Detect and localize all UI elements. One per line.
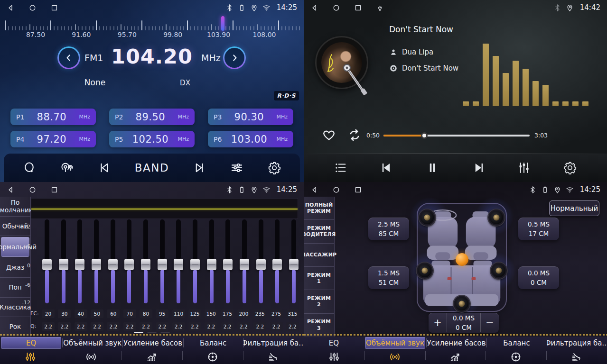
- slider-handle[interactable]: [59, 259, 68, 270]
- q-value[interactable]: 2.2: [253, 322, 266, 331]
- repeat-button[interactable]: [346, 127, 363, 143]
- eq-band-slider-14[interactable]: [256, 219, 266, 303]
- slider-handle[interactable]: [75, 259, 84, 270]
- slider-handle[interactable]: [190, 259, 200, 270]
- band-button[interactable]: BAND: [135, 162, 169, 174]
- tab-surround-icon[interactable]: [364, 349, 425, 364]
- fc-value[interactable]: 50: [91, 309, 103, 318]
- slider-handle[interactable]: [42, 259, 52, 270]
- slider-handle[interactable]: [141, 259, 150, 270]
- eq-band-slider-15[interactable]: [272, 219, 282, 303]
- tuner-scale[interactable]: [5, 18, 299, 32]
- home-icon[interactable]: [332, 186, 340, 194]
- home-icon[interactable]: [332, 4, 340, 12]
- tab-surround-icon[interactable]: [61, 349, 121, 364]
- fc-value[interactable]: 315: [286, 309, 299, 318]
- speaker-front-left[interactable]: [419, 209, 435, 226]
- fc-value[interactable]: 235: [253, 309, 266, 318]
- q-value[interactable]: 2.2: [42, 322, 55, 331]
- q-value[interactable]: 2.2: [270, 322, 283, 331]
- speaker-rear-left[interactable]: [417, 263, 433, 279]
- eq-band-slider-6[interactable]: [124, 219, 134, 303]
- next-icon[interactable]: [471, 161, 486, 175]
- fc-value[interactable]: 200: [237, 309, 250, 318]
- tab-balance-icon[interactable]: [486, 349, 546, 364]
- fc-value[interactable]: 60: [107, 309, 120, 318]
- search-icon[interactable]: [22, 161, 37, 175]
- eq-band-slider-8[interactable]: [157, 219, 168, 303]
- q-value[interactable]: 2.2: [221, 322, 234, 331]
- slider-handle[interactable]: [256, 259, 266, 270]
- fc-value[interactable]: 125: [188, 309, 201, 318]
- home-icon[interactable]: [28, 4, 37, 12]
- seek-bar-thumb[interactable]: [421, 132, 428, 139]
- stage-mode-4[interactable]: РЕЖИМ 1: [304, 267, 334, 290]
- speaker-front-right[interactable]: [488, 209, 504, 226]
- slider-handle[interactable]: [124, 259, 134, 270]
- delay-card-front-left[interactable]: 2.5 MS 85 CM: [368, 218, 409, 240]
- increase-delay-button[interactable]: +: [429, 313, 447, 333]
- page-dot[interactable]: [161, 332, 170, 333]
- playlist-icon[interactable]: [334, 161, 348, 175]
- stage-profile-button[interactable]: Нормальный: [549, 200, 599, 216]
- fc-value[interactable]: 95: [156, 309, 168, 318]
- mixer-icon[interactable]: [517, 161, 531, 175]
- slider-handle[interactable]: [174, 259, 183, 270]
- q-value[interactable]: 2.2: [172, 322, 185, 331]
- prev-icon[interactable]: [380, 161, 394, 175]
- eq-band-slider-5[interactable]: [108, 219, 118, 303]
- tune-icon[interactable]: [230, 161, 244, 175]
- tab-filter[interactable]: Фильтрация ба…: [547, 337, 607, 349]
- eq-band-slider-3[interactable]: [75, 219, 85, 303]
- q-value[interactable]: 2.2: [75, 322, 87, 331]
- stage-mode-1[interactable]: ПОЛНЫЙ РЕЖИМ: [304, 197, 334, 220]
- fc-value[interactable]: 150: [205, 309, 217, 318]
- eq-band-slider-9[interactable]: [173, 219, 184, 303]
- tab-bass[interactable]: Усиление басов: [122, 337, 183, 349]
- tab-filter-icon[interactable]: [243, 349, 304, 364]
- pause-icon[interactable]: [425, 161, 439, 175]
- eq-band-slider-1[interactable]: [42, 219, 52, 303]
- fc-value[interactable]: 80: [140, 309, 152, 318]
- fc-value[interactable]: 30: [58, 309, 71, 318]
- listening-position-marker[interactable]: [456, 253, 468, 266]
- tab-bass-icon[interactable]: [425, 349, 486, 364]
- tab-filter-icon[interactable]: [546, 349, 607, 364]
- preset-button-p5[interactable]: P5102.50MHz: [109, 131, 195, 147]
- q-value[interactable]: 2.2: [286, 322, 299, 331]
- page-dot[interactable]: [134, 332, 143, 333]
- eq-band-slider-4[interactable]: [91, 219, 102, 303]
- slider-handle[interactable]: [223, 259, 233, 270]
- delay-card-front-right[interactable]: 0.5 MS 17 CM: [518, 218, 559, 240]
- slider-handle[interactable]: [92, 259, 101, 270]
- slider-handle[interactable]: [240, 259, 249, 270]
- back-icon[interactable]: [7, 186, 15, 194]
- preset-button-p3[interactable]: P390.30MHz: [208, 109, 293, 125]
- slider-handle[interactable]: [272, 259, 282, 270]
- slider-handle[interactable]: [158, 259, 167, 270]
- q-value[interactable]: 2.2: [107, 322, 120, 331]
- slider-handle[interactable]: [108, 259, 118, 270]
- eq-band-slider-16[interactable]: [289, 219, 299, 303]
- next-outline-icon[interactable]: [192, 161, 206, 175]
- tab-balance-icon[interactable]: [182, 349, 243, 364]
- tab-bass[interactable]: Усиление басов: [426, 337, 486, 349]
- delay-card-rear-left[interactable]: 1.5 MS 51 CM: [368, 266, 409, 289]
- recents-icon[interactable]: [354, 4, 362, 12]
- tab-eq[interactable]: EQ: [1, 337, 61, 349]
- preset-button-p6[interactable]: P6103.00MHz: [208, 131, 293, 147]
- slider-handle[interactable]: [207, 259, 216, 270]
- preset-button-p1[interactable]: P188.70MHz: [10, 109, 96, 125]
- fc-value[interactable]: 20: [42, 309, 55, 318]
- q-value[interactable]: 2.2: [237, 322, 250, 331]
- eq-band-slider-10[interactable]: [190, 219, 200, 303]
- prev-outline-icon[interactable]: [97, 161, 112, 175]
- fc-value[interactable]: 40: [75, 309, 87, 318]
- fc-value[interactable]: 70: [123, 309, 136, 318]
- stage-mode-3[interactable]: ПАССАЖИР: [304, 244, 334, 267]
- back-icon[interactable]: [310, 186, 318, 194]
- speaker-rear-center[interactable]: [454, 296, 470, 312]
- q-value[interactable]: 2.2: [140, 322, 152, 331]
- q-value[interactable]: 2.2: [205, 322, 217, 331]
- eq-band-slider-13[interactable]: [239, 219, 250, 303]
